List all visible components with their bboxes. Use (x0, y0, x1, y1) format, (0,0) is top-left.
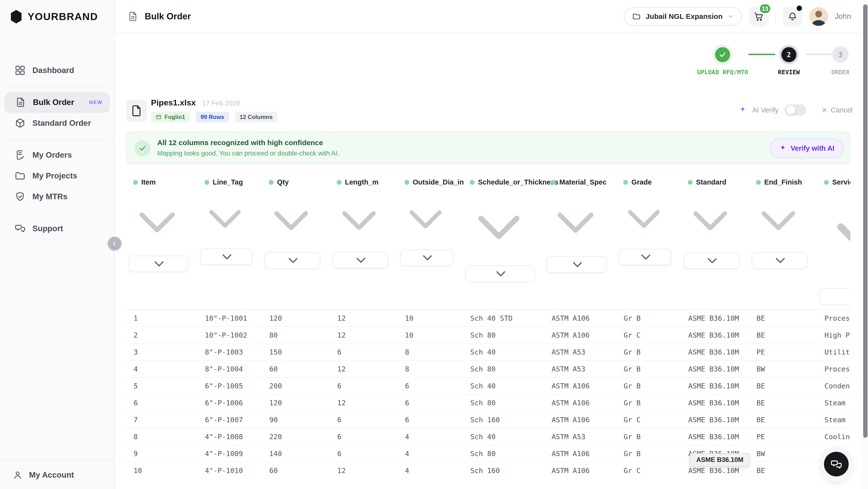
mapped-dot-icon (756, 180, 761, 185)
table-cell: ASME B36.10M (681, 399, 749, 407)
map-chevron-icon (817, 192, 850, 286)
table-cell: Gr C (616, 466, 681, 474)
map-chevron-icon (544, 192, 607, 254)
file-icon-box (126, 100, 147, 122)
table-cell: 3 (126, 348, 198, 356)
table-cell: ASTM A53 (544, 433, 616, 441)
sidebar-divider (9, 213, 105, 213)
table-row: 210"-P-1002801210Sch 80ASTM A106Gr CASME… (126, 327, 850, 344)
column-header-qty: QtyQuantity (262, 174, 330, 307)
table-cell: 8 (398, 365, 463, 373)
mapping-select-qty[interactable]: Quantity (265, 252, 320, 269)
table-cell: BW (749, 365, 817, 373)
column-name: Item (141, 178, 156, 186)
order-stepper: 2 3 UPLOAD RFQ/MTO REVIEW ORDER (685, 45, 859, 82)
column-header-length_m: Length_mLength (330, 174, 398, 307)
sidebar-collapse-button[interactable] (108, 237, 121, 250)
table-cell: 6"-P-1006 (198, 399, 262, 407)
mapping-select-end_finish[interactable]: End Connection (752, 252, 808, 269)
table-cell: 10"-P-1001 (198, 314, 262, 322)
cart-button[interactable]: 13 (749, 6, 769, 26)
notifications-button[interactable] (783, 6, 802, 26)
table-cell: 120 (262, 314, 330, 322)
mapping-select-grade[interactable]: Material / Grad (619, 249, 671, 265)
sidebar-item-label: Dashboard (32, 66, 74, 75)
sidebar-item-label: My Projects (32, 171, 77, 181)
table-cell: 12 (330, 365, 398, 373)
table-cell: 120 (262, 399, 330, 407)
sidebar-item-dashboard[interactable]: Dashboard (5, 60, 110, 80)
table-cell: Gr B (616, 365, 681, 373)
ai-sparkle-icon (738, 106, 747, 115)
table-cell: 4"-P-1009 (198, 450, 262, 458)
sidebar-item-label: Support (32, 224, 63, 233)
chevron-down-icon (727, 13, 734, 20)
table-cell: 6"-P-1007 (198, 416, 262, 424)
avatar[interactable] (809, 7, 828, 26)
table-cell: ASME B36.10M (681, 314, 749, 322)
table-cell: 200 (262, 382, 330, 390)
sidebar-item-my-mtrs[interactable]: My MTRs (5, 187, 110, 207)
mapping-select-service[interactable]: Service T (819, 288, 850, 305)
rows-count-badge: 99 Rows (196, 112, 229, 122)
table-cell: 4"-P-1010 (198, 466, 262, 474)
my-account-label: My Account (29, 470, 74, 480)
column-header-grade: GradeMaterial / Grad (616, 174, 681, 307)
sidebar-item-support[interactable]: Support (5, 218, 110, 239)
mapping-select-schedule_or_thickness[interactable]: Schedule / Rating / C (465, 265, 535, 282)
mapping-select-outside_dia_in[interactable]: Size / NPS (Pri (400, 250, 453, 266)
cancel-button[interactable]: Cancel (821, 106, 852, 114)
mapped-dot-icon (824, 180, 829, 185)
column-header-schedule_or_thickness: Schedule_or_ThicknessSchedule / Rating /… (463, 174, 544, 307)
column-name: Qty (277, 178, 289, 186)
table-row: 56"-P-100520066Sch 40ASTM A106Gr BASME B… (126, 378, 850, 395)
table-row: 110"-P-10011201210Sch 40 STDASTM A106Gr … (126, 310, 850, 327)
mapping-select-standard[interactable]: Standard (ASTM (683, 253, 740, 269)
sidebar-item-bulk-order[interactable]: Bulk OrderNEW (5, 92, 110, 112)
brand-hexagon-icon (10, 10, 22, 24)
table-cell: Sch 40 STD (463, 314, 544, 322)
step-upload-label: UPLOAD RFQ/MTO (685, 69, 761, 76)
mapping-select-line_tag[interactable]: Line / Tag Numb (200, 249, 252, 265)
cart-count-badge: 13 (758, 3, 772, 14)
mapped-dot-icon (404, 180, 409, 185)
map-chevron-icon (398, 192, 453, 247)
table-cell: Condensa (817, 382, 850, 390)
verify-with-ai-button[interactable]: Verify with AI (770, 138, 843, 158)
table-cell: 10"-P-1002 (198, 331, 262, 339)
column-header-outside_dia_in: Outside_Dia_inSize / NPS (Pri (398, 174, 463, 307)
step-order-label: ORDER (816, 69, 865, 76)
column-header-standard: StandardStandard (ASTM (681, 174, 749, 307)
table-cell: ASTM A106 (544, 331, 616, 339)
map-chevron-icon (126, 192, 188, 253)
table-cell: 60 (262, 365, 330, 373)
table-cell: 10 (398, 331, 463, 339)
user-name: John (835, 12, 851, 21)
scrollbar-thumb[interactable] (863, 4, 868, 438)
chat-icon (14, 223, 26, 234)
check-icon (718, 51, 727, 59)
project-selector[interactable]: Jubail NGL Expansion (624, 7, 742, 26)
avatar-image (809, 7, 828, 26)
table-cell: 6 (398, 399, 463, 407)
folder-icon (632, 12, 641, 21)
table-cell: 220 (262, 433, 330, 441)
mapping-select-item[interactable]: Line Item # (129, 256, 188, 272)
table-cell: PE (749, 348, 817, 356)
mapping-select-length_m[interactable]: Length (332, 252, 388, 268)
table-cell: 90 (262, 416, 330, 424)
mapped-dot-icon (470, 180, 475, 185)
table-cell: 10 (126, 466, 198, 474)
sidebar-item-my-account[interactable]: My Account (0, 460, 114, 489)
table-cell: 140 (262, 450, 330, 458)
sidebar-item-my-projects[interactable]: My Projects (5, 166, 110, 186)
table-cell: 7 (126, 416, 198, 424)
mapping-select-material_spec[interactable]: Material / Grad (547, 256, 607, 273)
table-cell: 12 (330, 331, 398, 339)
sidebar-item-standard-order[interactable]: Standard Order (5, 113, 110, 133)
table-cell: Sch 80 (463, 331, 544, 339)
table-cell: ASME B36.10M (681, 382, 749, 390)
sidebar-item-my-orders[interactable]: My Orders (5, 145, 110, 165)
chat-fab-button[interactable] (824, 452, 849, 477)
ai-verify-toggle[interactable] (785, 104, 806, 116)
